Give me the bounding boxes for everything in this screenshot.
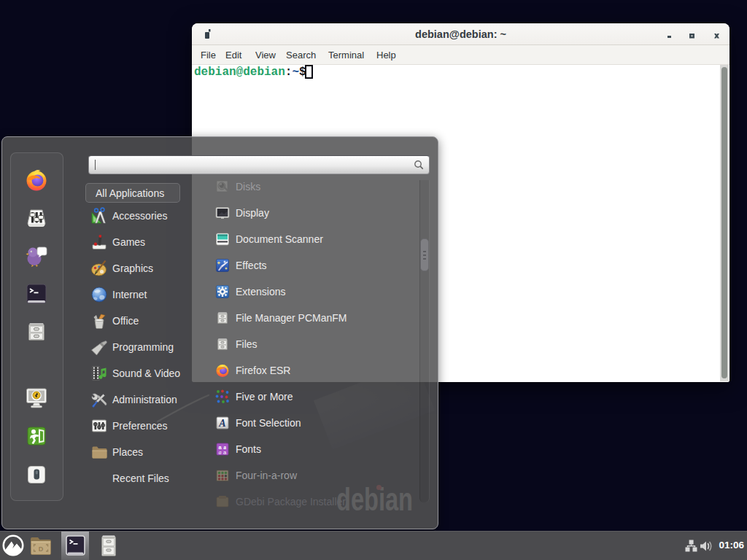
svg-text:A: A <box>218 418 225 429</box>
svg-text:D: D <box>39 545 44 553</box>
svg-text:a: a <box>219 449 222 456</box>
